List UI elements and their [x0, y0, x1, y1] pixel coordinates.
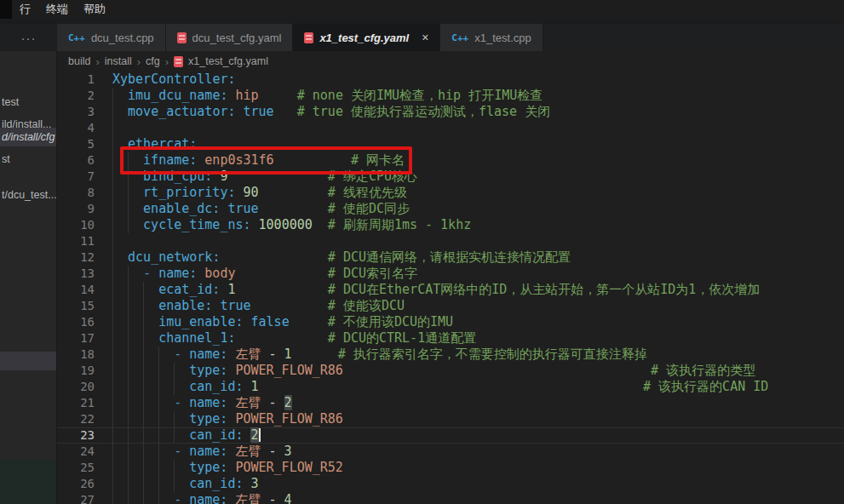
- code-editor[interactable]: 1XyberController:2imu_dcu_name: hip # no…: [57, 72, 844, 504]
- indent-guide: [128, 314, 143, 330]
- line-number: 13: [57, 266, 111, 282]
- code-line-18[interactable]: 18- name: 左臂 - 1 # 执行器索引名字，不需要控制的执行器可直接注…: [57, 346, 844, 363]
- tab-label: dcu_test_cfg.yaml: [192, 32, 282, 44]
- code-content: - name: body # DCU索引名字: [111, 266, 844, 282]
- code-line-9[interactable]: 9enable_dc: true # 使能DC同步: [57, 201, 844, 217]
- indent-guide: [128, 379, 143, 395]
- code-line-25[interactable]: 25type: POWER_FLOW_R52: [57, 460, 844, 476]
- indent-guide: [128, 395, 143, 411]
- breadcrumb-item-build[interactable]: build: [68, 55, 90, 67]
- line-number: 23: [57, 427, 111, 444]
- indent-guide: [143, 298, 158, 314]
- code-line-22[interactable]: 22type: POWER_FLOW_R86: [57, 411, 844, 427]
- sidebar-item[interactable]: st: [0, 150, 57, 169]
- vscode-window: 行终端帮助 ··· C++dcu_test.cppdcu_test_cfg.ya…: [0, 0, 844, 504]
- indent-guide: [128, 492, 143, 504]
- tab-x1_test.cpp[interactable]: C++x1_test.cpp: [440, 24, 543, 51]
- code-content: type: POWER_FLOW_R52: [111, 460, 844, 476]
- indent-guide: [143, 346, 158, 363]
- indent-guide: [128, 444, 143, 460]
- code-line-6[interactable]: 6ifname: enp0s31f6 # 网卡名: [57, 152, 844, 169]
- indent-guide: [112, 88, 128, 104]
- code-line-12[interactable]: 12dcu_network: # DCU通信网络，请根据实机连接情况配置: [57, 249, 844, 266]
- indent-guide: [143, 395, 158, 411]
- tab-dcu_test_cfg.yaml[interactable]: dcu_test_cfg.yaml: [166, 24, 294, 51]
- indent-guide: [112, 169, 128, 185]
- sidebar-item[interactable]: test: [0, 93, 57, 112]
- code-line-26[interactable]: 26can_id: 3: [57, 476, 844, 492]
- line-number: 20: [57, 379, 111, 395]
- tab-x1_test_cfg.yaml[interactable]: x1_test_cfg.yaml×: [293, 24, 440, 51]
- line-number: 19: [57, 363, 111, 379]
- more-actions-icon[interactable]: ···: [0, 24, 57, 51]
- indent-guide: [112, 395, 128, 411]
- sidebar-item[interactable]: d/install/cfg: [0, 128, 57, 146]
- yaml-file-icon: [304, 32, 313, 43]
- line-number: 6: [57, 152, 111, 169]
- code-line-14[interactable]: 14ecat_id: 1 # DCU在EtherCAT网络中的ID，从主站开始，…: [57, 282, 844, 298]
- sidebar-item[interactable]: [0, 352, 57, 370]
- line-number: 26: [57, 476, 111, 492]
- indent-guide: [112, 282, 128, 298]
- code-content: type: POWER_FLOW_R86: [111, 411, 844, 427]
- code-line-7[interactable]: 7bind_cpu: 9 # 绑定CPU核心: [57, 169, 844, 185]
- menu-item-帮助[interactable]: 帮助: [76, 0, 113, 19]
- indent-guide: [158, 492, 174, 504]
- indent-guide: [112, 266, 128, 282]
- code-content: [111, 233, 844, 249]
- indent-guide: [128, 298, 143, 314]
- line-number: 12: [57, 249, 111, 266]
- code-line-13[interactable]: 13- name: body # DCU索引名字: [57, 266, 844, 282]
- code-content: enable_dc: true # 使能DC同步: [111, 201, 844, 217]
- code-line-15[interactable]: 15enable: true # 使能该DCU: [57, 298, 844, 314]
- code-line-24[interactable]: 24- name: 左臂 - 3: [57, 444, 844, 460]
- code-line-20[interactable]: 20can_id: 1 # 该执行器的CAN ID: [57, 379, 844, 395]
- indent-guide: [112, 330, 128, 346]
- code-content: [111, 120, 844, 136]
- code-line-8[interactable]: 8rt_priority: 90 # 线程优先级: [57, 185, 844, 201]
- yaml-file-icon: [177, 32, 187, 43]
- text-cursor: [259, 428, 261, 442]
- code-content: bind_cpu: 9 # 绑定CPU核心: [111, 169, 844, 185]
- indent-guide: [174, 460, 189, 476]
- code-content: - name: 左臂 - 2: [111, 395, 844, 411]
- code-line-16[interactable]: 16imu_enable: false # 不使用该DCU的IMU: [57, 314, 844, 330]
- indent-guide: [112, 185, 128, 201]
- code-content: dcu_network: # DCU通信网络，请根据实机连接情况配置: [111, 249, 844, 266]
- indent-guide: [128, 411, 143, 427]
- close-tab-icon[interactable]: ×: [422, 32, 428, 43]
- indent-guide: [128, 201, 143, 217]
- indent-guide: [143, 444, 158, 460]
- indent-guide: [158, 411, 174, 427]
- tab-dcu_test.cpp[interactable]: C++dcu_test.cpp: [57, 24, 166, 51]
- code-content: - name: 左臂 - 1 # 执行器索引名字，不需要控制的执行器可直接注释掉: [111, 346, 844, 363]
- breadcrumb-item-install[interactable]: install: [105, 55, 132, 67]
- line-number: 15: [57, 298, 111, 314]
- menu-item-终端[interactable]: 终端: [38, 0, 76, 19]
- code-line-23[interactable]: 23can_id: 2: [57, 427, 844, 444]
- menu-item-行[interactable]: 行: [12, 0, 38, 19]
- code-line-3[interactable]: 3move_actuator: true # true 使能执行器运动测试，fl…: [57, 104, 844, 120]
- code-content: can_id: 2: [111, 427, 844, 444]
- code-line-11[interactable]: 11: [57, 233, 844, 249]
- code-content: imu_dcu_name: hip # none 关闭IMU检查，hip 打开I…: [111, 88, 844, 104]
- tab-label: x1_test_cfg.yaml: [319, 32, 409, 44]
- code-line-27[interactable]: 27- name: 左臂 - 4: [57, 492, 844, 504]
- breadcrumb-item-cfg[interactable]: cfg: [146, 55, 160, 67]
- code-line-19[interactable]: 19type: POWER_FLOW_R86 # 该执行器的类型: [57, 363, 844, 379]
- sidebar-item[interactable]: t/dcu_test...: [0, 186, 57, 204]
- code-line-5[interactable]: 5ethercat:: [57, 136, 844, 152]
- code-line-10[interactable]: 10cycle_time_ns: 1000000 # 刷新周期1ms - 1kh…: [57, 217, 844, 233]
- tab-bar: ··· C++dcu_test.cppdcu_test_cfg.yamlx1_t…: [0, 24, 844, 51]
- breadcrumb-file[interactable]: x1_test_cfg.yaml: [188, 55, 268, 67]
- indent-guide: [128, 460, 143, 476]
- indent-guide: [143, 492, 158, 504]
- code-content: channel_1: # DCU的CTRL-1通道配置: [111, 330, 844, 346]
- code-line-4[interactable]: 4: [57, 120, 844, 136]
- indent-guide: [143, 476, 158, 492]
- code-line-17[interactable]: 17channel_1: # DCU的CTRL-1通道配置: [57, 330, 844, 346]
- code-content: XyberController:: [111, 72, 844, 88]
- code-line-21[interactable]: 21- name: 左臂 - 2: [57, 395, 844, 411]
- code-line-2[interactable]: 2imu_dcu_name: hip # none 关闭IMU检查，hip 打开…: [57, 88, 844, 104]
- code-line-1[interactable]: 1XyberController:: [57, 72, 844, 88]
